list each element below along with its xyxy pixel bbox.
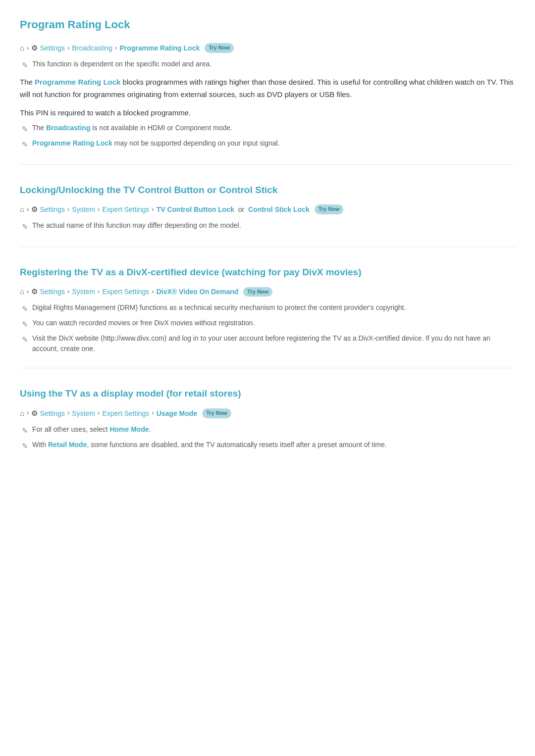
breadcrumb-tv-control-button-lock[interactable]: TV Control Button Lock xyxy=(157,204,234,215)
breadcrumb-arrow: › xyxy=(27,287,29,297)
home-mode-link[interactable]: Home Mode xyxy=(109,425,149,433)
breadcrumb-system-2[interactable]: System xyxy=(72,286,95,297)
retail-mode-link[interactable]: Retail Mode xyxy=(48,441,87,449)
note-text-divx-1: Digital Rights Management (DRM) function… xyxy=(32,302,406,313)
section-title-locking: Locking/Unlocking the TV Control Button … xyxy=(20,183,515,198)
note-retail-1: ✎ For all other uses, select Home Mode. xyxy=(22,424,515,437)
section-divx: Registering the TV as a DivX-certified d… xyxy=(20,265,515,354)
divider-2 xyxy=(20,247,515,247)
breadcrumb-expert-settings[interactable]: Expert Settings xyxy=(102,204,149,215)
breadcrumb-arrow: › xyxy=(152,287,154,297)
breadcrumb-arrow: › xyxy=(27,43,29,53)
breadcrumb-4: ⌂ › ⚙ Settings › System › Expert Setting… xyxy=(20,407,515,419)
breadcrumb-divx-vod[interactable]: DivX® Video On Demand xyxy=(157,286,239,297)
breadcrumb-system-3[interactable]: System xyxy=(72,408,95,419)
programme-rating-lock-link[interactable]: Programme Rating Lock xyxy=(35,78,120,86)
breadcrumb-usage-mode[interactable]: Usage Mode xyxy=(157,408,197,419)
breadcrumb-arrow: › xyxy=(67,204,69,215)
settings-gear-icon-3: ⚙ xyxy=(31,286,38,298)
note-text-retail-1: For all other uses, select Home Mode. xyxy=(32,424,151,435)
note-item: ✎ This function is dependent on the spec… xyxy=(22,59,515,71)
breadcrumb-arrow: › xyxy=(67,287,69,297)
pen-icon-6: ✎ xyxy=(22,318,28,330)
note-divx-1: ✎ Digital Rights Management (DRM) functi… xyxy=(22,302,515,315)
home-icon-3: ⌂ xyxy=(20,286,24,298)
note-text-rating: Programme Rating Lock may not be support… xyxy=(32,138,280,149)
note-text-divx-2: You can watch recorded movies or free Di… xyxy=(32,318,255,328)
pen-icon-9: ✎ xyxy=(22,440,28,452)
breadcrumb-expert-settings-3[interactable]: Expert Settings xyxy=(102,408,149,419)
pen-icon-5: ✎ xyxy=(22,303,28,315)
breadcrumb-system[interactable]: System xyxy=(72,204,95,215)
note-text: This function is dependent on the specif… xyxy=(32,59,212,69)
breadcrumb-arrow: › xyxy=(98,287,100,297)
breadcrumb-arrow: › xyxy=(152,204,154,215)
section-title-retail: Using the TV as a display model (for ret… xyxy=(20,386,515,401)
note-divx-2: ✎ You can watch recorded movies or free … xyxy=(22,318,515,330)
breadcrumb-expert-settings-2[interactable]: Expert Settings xyxy=(102,286,149,297)
note-text-divx-3: Visit the DivX website (http://www.divx.… xyxy=(32,333,515,354)
try-now-badge-2[interactable]: Try Now xyxy=(315,204,344,214)
bullet-note-broadcasting: ✎ The Broadcasting is not available in H… xyxy=(22,123,515,135)
programme-rating-lock-link-2[interactable]: Programme Rating Lock xyxy=(32,139,112,147)
try-now-badge-4[interactable]: Try Now xyxy=(202,408,231,418)
breadcrumb-arrow: › xyxy=(27,408,29,418)
page-title: Program Rating Lock xyxy=(20,16,515,33)
broadcasting-link[interactable]: Broadcasting xyxy=(46,124,90,132)
breadcrumb-arrow: › xyxy=(98,408,100,418)
settings-gear-icon-4: ⚙ xyxy=(31,407,38,419)
note-text-retail-2: With Retail Mode, some functions are dis… xyxy=(32,440,387,450)
pin-text: This PIN is required to watch a blocked … xyxy=(20,107,515,119)
breadcrumb-arrow: › xyxy=(115,43,117,53)
try-now-badge-1[interactable]: Try Now xyxy=(205,43,234,53)
pen-icon-2: ✎ xyxy=(22,123,28,135)
pen-icon-3: ✎ xyxy=(22,139,28,151)
breadcrumb-arrow: › xyxy=(27,204,29,215)
breadcrumb-2: ⌂ › ⚙ Settings › System › Expert Setting… xyxy=(20,203,515,215)
divider-3 xyxy=(20,368,515,368)
breadcrumb-settings-2[interactable]: Settings xyxy=(40,204,65,215)
breadcrumb-arrow: › xyxy=(98,204,100,215)
note-text-locking: The actual name of this function may dif… xyxy=(32,220,241,231)
settings-gear-icon: ⚙ xyxy=(31,42,38,54)
section-program-rating-lock: ⌂ › ⚙ Settings › Broadcasting › Programm… xyxy=(20,42,515,151)
breadcrumb-arrow: › xyxy=(152,408,154,418)
pen-icon-4: ✎ xyxy=(22,221,28,233)
or-text: or xyxy=(236,204,246,215)
divider-1 xyxy=(20,164,515,165)
breadcrumb-arrow: › xyxy=(67,43,69,53)
settings-gear-icon-2: ⚙ xyxy=(31,203,38,215)
section-title-divx: Registering the TV as a DivX-certified d… xyxy=(20,265,515,280)
pen-icon: ✎ xyxy=(22,59,28,71)
breadcrumb-settings[interactable]: Settings xyxy=(40,43,65,53)
breadcrumb-control-stick-lock[interactable]: Control Stick Lock xyxy=(248,204,310,215)
breadcrumb-settings-3[interactable]: Settings xyxy=(40,286,65,297)
bullet-note-rating: ✎ Programme Rating Lock may not be suppo… xyxy=(22,138,515,151)
note-divx-3: ✎ Visit the DivX website (http://www.div… xyxy=(22,333,515,354)
note-retail-2: ✎ With Retail Mode, some functions are d… xyxy=(22,440,515,452)
note-text-broadcasting: The Broadcasting is not available in HDM… xyxy=(32,123,232,133)
home-icon-2: ⌂ xyxy=(20,203,24,215)
section-locking-unlocking: Locking/Unlocking the TV Control Button … xyxy=(20,183,515,233)
breadcrumb-1: ⌂ › ⚙ Settings › Broadcasting › Programm… xyxy=(20,42,515,54)
pen-icon-7: ✎ xyxy=(22,334,28,346)
note-locking: ✎ The actual name of this function may d… xyxy=(22,220,515,233)
home-icon-4: ⌂ xyxy=(20,407,24,419)
breadcrumb-arrow: › xyxy=(67,408,69,418)
home-icon: ⌂ xyxy=(20,42,24,54)
breadcrumb-broadcasting[interactable]: Broadcasting xyxy=(72,43,112,53)
breadcrumb-3: ⌂ › ⚙ Settings › System › Expert Setting… xyxy=(20,286,515,298)
breadcrumb-settings-4[interactable]: Settings xyxy=(40,408,65,419)
section-retail: Using the TV as a display model (for ret… xyxy=(20,386,515,452)
try-now-badge-3[interactable]: Try Now xyxy=(243,287,272,297)
breadcrumb-programme-rating-lock[interactable]: Programme Rating Lock xyxy=(119,43,200,53)
pen-icon-8: ✎ xyxy=(22,425,28,437)
body-paragraph-1: The Programme Rating Lock blocks program… xyxy=(20,76,515,101)
